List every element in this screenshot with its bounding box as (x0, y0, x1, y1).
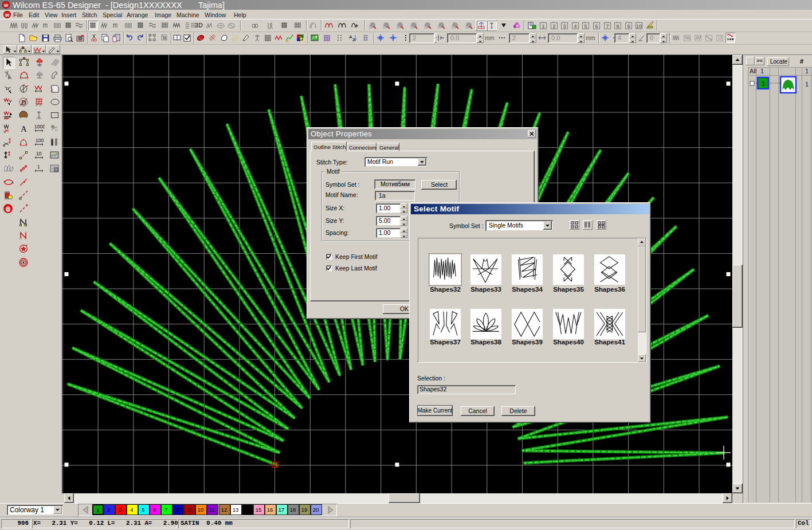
svg-text:A: A (21, 124, 27, 134)
svg-text:5: 5 (584, 23, 587, 29)
svg-text:1: 1 (37, 164, 40, 170)
svg-text:W: W (4, 3, 9, 8)
svg-text:W: W (5, 13, 10, 18)
svg-text:1: 1 (542, 23, 544, 29)
svg-text:3: 3 (563, 23, 566, 29)
svg-text:1: 1 (805, 81, 809, 88)
svg-text:1: 1 (762, 80, 765, 87)
svg-text:4: 4 (574, 23, 576, 29)
svg-text:1: 1 (805, 68, 809, 74)
svg-text:1000: 1000 (34, 124, 45, 129)
svg-text:9: 9 (627, 23, 630, 29)
svg-text:100: 100 (36, 138, 44, 143)
svg-text:10: 10 (636, 23, 642, 29)
svg-text:8: 8 (616, 23, 619, 29)
svg-text:2: 2 (552, 23, 555, 29)
svg-text:7: 7 (606, 23, 609, 29)
svg-text:6: 6 (595, 23, 598, 29)
svg-text:10: 10 (36, 151, 42, 156)
svg-text:1: 1 (760, 68, 764, 74)
svg-text:All: All (750, 68, 756, 74)
